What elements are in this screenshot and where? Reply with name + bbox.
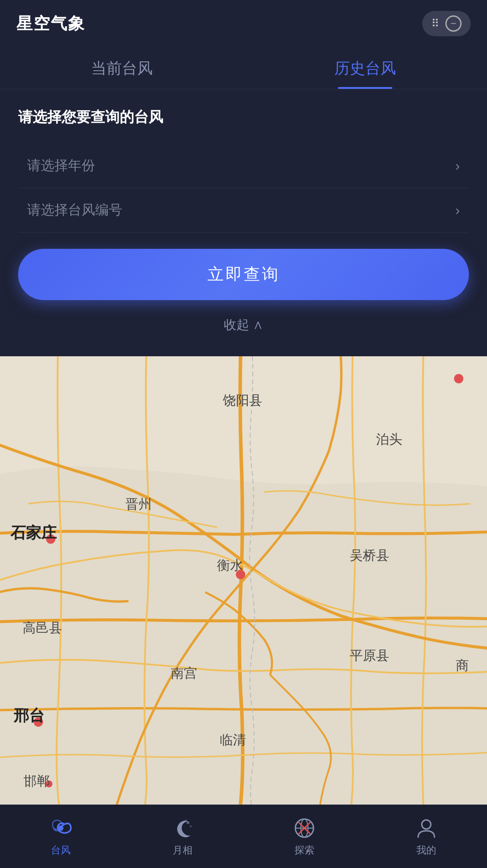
dots-icon: ⠿ xyxy=(431,17,441,30)
svg-point-22 xyxy=(186,819,187,820)
typhoon-icon xyxy=(49,816,72,840)
svg-text:泊头: 泊头 xyxy=(376,432,402,446)
filter-title: 请选择您要查询的台风 xyxy=(18,107,469,127)
svg-text:吴桥县: 吴桥县 xyxy=(350,548,389,563)
year-chevron-icon: › xyxy=(455,158,460,174)
tab-current[interactable]: 当前台风 xyxy=(0,45,244,89)
app-header: 星空气象 ⠿ − xyxy=(0,0,487,45)
tab-bar: 当前台风 历史台风 xyxy=(0,45,487,89)
nav-label-explore: 探索 xyxy=(294,844,314,857)
nav-label-mine: 我的 xyxy=(416,844,436,857)
nav-item-explore[interactable]: 探索 xyxy=(244,805,366,868)
user-icon xyxy=(415,816,438,840)
svg-text:石家庄: 石家庄 xyxy=(10,524,57,541)
svg-text:邯郸: 邯郸 xyxy=(24,774,50,788)
number-select-label: 请选择台风编号 xyxy=(27,201,122,219)
filter-panel: 请选择您要查询的台风 请选择年份 › 请选择台风编号 › 立即查询 收起 ∧ xyxy=(0,89,487,356)
number-select-row[interactable]: 请选择台风编号 › xyxy=(18,188,469,233)
nav-item-mine[interactable]: 我的 xyxy=(365,805,487,868)
svg-text:饶阳县: 饶阳县 xyxy=(222,393,262,407)
number-chevron-icon: › xyxy=(455,203,460,218)
collapse-label: 收起 ∧ xyxy=(224,318,263,332)
app-title: 星空气象 xyxy=(16,13,85,35)
nav-label-moon: 月相 xyxy=(173,844,193,857)
query-button[interactable]: 立即查询 xyxy=(18,249,469,300)
collapse-row[interactable]: 收起 ∧ xyxy=(18,309,469,343)
svg-text:衡水: 衡水 xyxy=(217,558,243,572)
svg-point-20 xyxy=(187,821,189,824)
svg-text:晋州: 晋州 xyxy=(125,497,152,511)
moon-icon xyxy=(171,816,194,840)
minus-button[interactable]: − xyxy=(445,15,462,32)
nav-label-typhoon: 台风 xyxy=(51,844,71,857)
minus-icon: − xyxy=(451,18,457,29)
year-select-row[interactable]: 请选择年份 › xyxy=(18,144,469,188)
nav-item-typhoon[interactable]: 台风 xyxy=(0,805,122,868)
explore-icon xyxy=(293,816,316,840)
svg-text:南宫: 南宫 xyxy=(171,666,197,680)
header-controls[interactable]: ⠿ − xyxy=(422,11,471,36)
svg-text:平原县: 平原县 xyxy=(350,648,389,663)
svg-text:邢台: 邢台 xyxy=(13,707,44,724)
svg-point-28 xyxy=(422,820,431,829)
svg-text:商: 商 xyxy=(456,658,469,673)
svg-text:临清: 临清 xyxy=(220,732,246,747)
year-select-label: 请选择年份 xyxy=(27,156,95,175)
bottom-nav: 台风 月相 探索 xyxy=(0,805,487,868)
nav-item-moon[interactable]: 月相 xyxy=(122,805,244,868)
map-area[interactable]: 石家庄 晋州 饶阳县 泊头 衡水 吴桥县 高邑县 南宫 平原县 邢台 临清 邯郸… xyxy=(0,356,487,805)
tab-history[interactable]: 历史台风 xyxy=(244,45,487,89)
svg-text:高邑县: 高邑县 xyxy=(23,621,62,635)
svg-point-4 xyxy=(454,374,463,383)
svg-point-21 xyxy=(190,825,192,827)
